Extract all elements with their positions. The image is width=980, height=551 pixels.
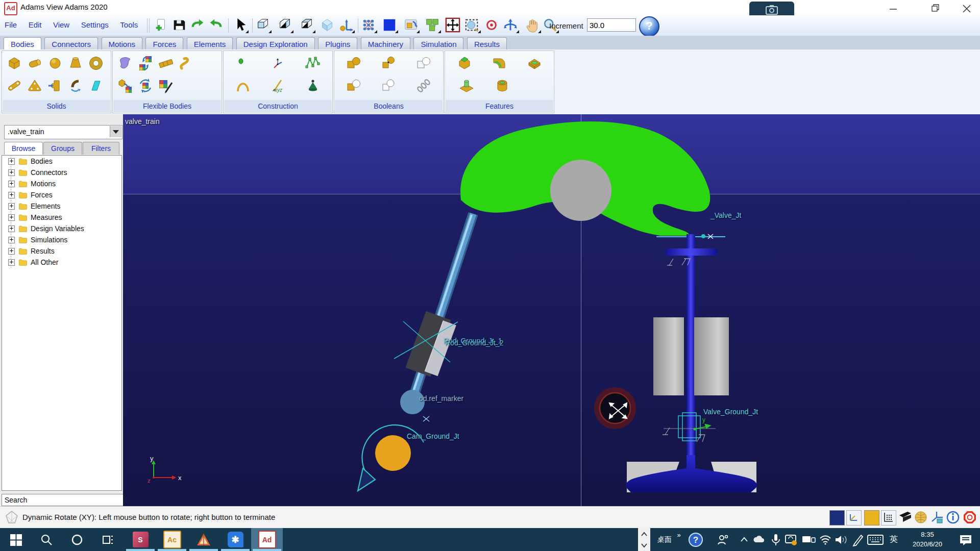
tree-item-all-other[interactable]: All Other [2, 257, 121, 268]
view-front-cube-button[interactable] [255, 17, 272, 34]
taskbar-app-ac[interactable]: Ac [156, 528, 188, 551]
chevron-down-icon[interactable] [110, 126, 121, 137]
menu-settings[interactable]: Settings [77, 15, 113, 29]
increment-grid-button[interactable] [361, 17, 377, 34]
taskbar-app-sx[interactable]: S [125, 528, 156, 551]
flex-rotate-icon[interactable] [135, 76, 156, 96]
feature-boss-icon[interactable] [456, 76, 477, 96]
menu-view[interactable]: View [48, 15, 74, 29]
tree-item-elements[interactable]: Elements [2, 201, 121, 212]
rotate-xyz-button[interactable] [503, 17, 519, 34]
tray-volume-button[interactable] [833, 528, 849, 551]
tab-elements[interactable]: Elements [187, 37, 233, 51]
shaded-view-button[interactable] [320, 17, 336, 34]
increment-input[interactable] [587, 18, 636, 32]
feature-fillet-icon[interactable] [489, 53, 509, 73]
boolean-merge-icon[interactable] [378, 53, 399, 73]
taskbar-clock[interactable]: 8:35 2020/6/20 [904, 530, 950, 549]
solid-torus-icon[interactable] [86, 53, 106, 73]
tree-item-simulations[interactable]: Simulations [2, 234, 121, 245]
tab-groups[interactable]: Groups [43, 142, 82, 155]
view-cube-2-button[interactable] [277, 17, 293, 34]
start-button[interactable] [0, 528, 32, 551]
solid-revolution-icon[interactable] [65, 76, 86, 96]
tray-onedrive-button[interactable] [750, 528, 768, 551]
tray-help-button[interactable]: ? [687, 528, 705, 551]
flex-membrane-icon[interactable] [115, 53, 135, 73]
grid-color-button[interactable] [864, 510, 879, 525]
new-model-button[interactable] [153, 17, 169, 34]
expand-icon[interactable] [8, 259, 15, 266]
part-group-button[interactable] [425, 17, 441, 34]
tab-forces[interactable]: Forces [145, 37, 183, 51]
tree-item-motions[interactable]: Motions [2, 178, 121, 189]
expand-icon[interactable] [8, 248, 15, 255]
close-button[interactable] [959, 3, 974, 13]
menu-tools[interactable]: Tools [115, 15, 142, 29]
working-grid-button[interactable] [881, 510, 896, 525]
expand-icon[interactable] [8, 203, 15, 210]
view-flag-button[interactable] [898, 510, 912, 524]
tab-connectors[interactable]: Connectors [44, 37, 98, 51]
tree-item-bodies[interactable]: Bodies [2, 156, 121, 167]
model-selector-dropdown[interactable]: .valve_train [4, 125, 122, 139]
taskbar-app-adams-active[interactable]: Ad [251, 528, 283, 551]
solid-link-icon[interactable] [4, 76, 24, 96]
boolean-union-icon[interactable] [344, 53, 364, 73]
flex-curve-icon[interactable] [176, 53, 197, 73]
construction-point-icon[interactable] [233, 53, 253, 73]
construction-marker-icon[interactable] [267, 53, 288, 73]
origin-axes-button[interactable] [338, 17, 355, 34]
tab-machinery[interactable]: Machinery [361, 37, 410, 51]
minimize-button[interactable] [886, 3, 901, 13]
hidden-icons-chevron[interactable] [737, 528, 752, 551]
solid-plate-icon[interactable] [24, 76, 45, 96]
center-target-button[interactable] [484, 17, 500, 34]
notification-center-button[interactable] [955, 528, 976, 551]
color-swatch-button[interactable] [382, 17, 398, 34]
solid-cylinder-icon[interactable] [24, 53, 45, 73]
boolean-chain-icon[interactable] [413, 76, 434, 96]
toolbar-overflow-chevron[interactable]: » [675, 528, 683, 551]
select-cursor-button[interactable] [232, 17, 249, 34]
view-triad-button[interactable] [846, 510, 862, 525]
taskbar-search-button[interactable] [31, 528, 62, 551]
viewport-canvas[interactable]: y x z [123, 114, 980, 506]
undo-button[interactable] [208, 17, 225, 34]
background-color-button[interactable] [829, 510, 845, 525]
tray-scroll-buttons[interactable] [638, 528, 650, 551]
boolean-split-icon[interactable] [378, 76, 399, 96]
tab-plugins[interactable]: Plugins [318, 37, 357, 51]
tray-pen-button[interactable] [850, 528, 866, 551]
tray-microphone-button[interactable] [769, 528, 783, 551]
boolean-cut-icon[interactable] [344, 76, 364, 96]
viewport-3d[interactable]: y x z valve_train _Valve_Jt Rod_Ground_J… [123, 114, 980, 506]
tab-design-exploration[interactable]: Design Exploration [236, 37, 315, 51]
solid-plane-icon[interactable] [86, 76, 106, 96]
expand-icon[interactable] [8, 237, 15, 243]
expand-icon[interactable] [8, 169, 15, 176]
tree-item-connectors[interactable]: Connectors [2, 167, 121, 178]
stop-button[interactable] [963, 510, 977, 524]
tab-browse[interactable]: Browse [4, 142, 43, 155]
ime-indicator[interactable]: 英 [887, 528, 901, 551]
feature-hole-icon[interactable] [492, 76, 512, 96]
feature-chamfer-icon[interactable] [454, 53, 475, 73]
help-button[interactable]: ? [639, 16, 659, 37]
cortana-button[interactable] [61, 528, 93, 551]
pan-hand-button[interactable] [525, 17, 541, 34]
flex-beam-icon[interactable] [156, 53, 176, 73]
tab-filters[interactable]: Filters [83, 142, 119, 155]
flex-swap-icon[interactable] [135, 53, 156, 73]
tree-item-results[interactable]: Results [2, 245, 121, 257]
redo-button[interactable] [190, 17, 206, 34]
task-view-button[interactable] [92, 528, 124, 551]
tray-projector-button[interactable] [800, 528, 817, 551]
restore-button[interactable] [926, 3, 942, 13]
select-sphere-button[interactable] [464, 17, 481, 34]
tab-motions[interactable]: Motions [102, 37, 143, 51]
tab-bodies[interactable]: Bodies [4, 37, 41, 51]
tab-results[interactable]: Results [467, 37, 507, 51]
taskbar-app-asterisk[interactable]: ✱ [219, 528, 251, 551]
expand-icon[interactable] [8, 226, 15, 232]
